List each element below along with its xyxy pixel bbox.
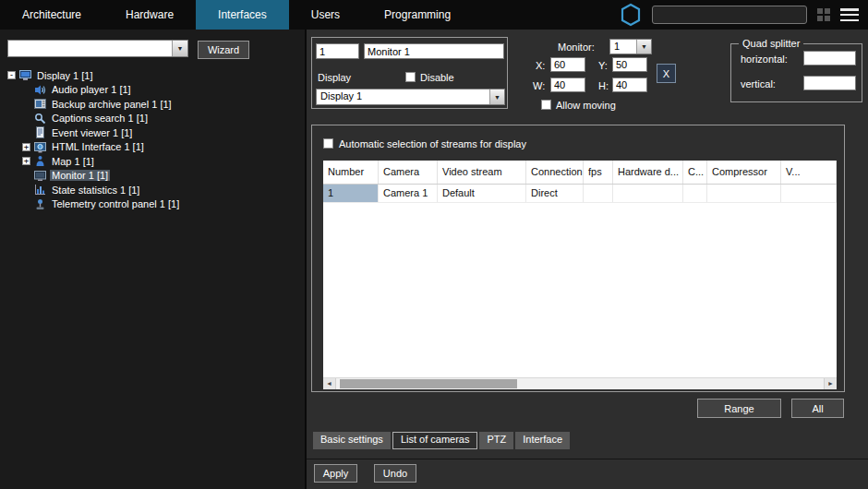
display-select[interactable]: Display 1 ▼	[316, 89, 505, 105]
tree-item-html-interface[interactable]: + HTML Interface 1 [1]	[0, 140, 305, 155]
monitor-label: Monitor:	[558, 42, 595, 53]
cell-c[interactable]	[683, 185, 707, 202]
cell-hardware[interactable]	[613, 185, 683, 202]
disable-checkbox[interactable]	[405, 72, 416, 82]
tree-item-telemetry-control-panel[interactable]: Telemetry control panel 1 [1]	[0, 197, 305, 212]
vertical-field[interactable]	[803, 76, 856, 90]
y-field[interactable]	[612, 57, 647, 72]
object-tree-sidebar: ▼ Wizard - Display 1 [1] Audio player 1 …	[0, 30, 305, 489]
chevron-down-icon[interactable]: ▼	[172, 41, 187, 56]
top-navigation: Architecture Hardware Interfaces Users P…	[0, 0, 868, 30]
column-header-hardware[interactable]: Hardware d...	[613, 161, 683, 184]
search-input[interactable]	[652, 6, 807, 24]
undo-button[interactable]: Undo	[374, 464, 416, 483]
scroll-left-arrow-icon[interactable]: ◄	[323, 378, 336, 389]
column-header-compressor[interactable]: Compressor	[707, 161, 781, 184]
chevron-down-icon[interactable]: ▼	[489, 89, 504, 104]
column-header-number[interactable]: Number	[323, 161, 379, 184]
monitor-number-select[interactable]: 1 ▼	[609, 39, 652, 54]
quad-splitter-group: Quad splitter horizontal: vertical:	[730, 43, 862, 102]
column-header-v[interactable]: V...	[781, 161, 837, 184]
tree-item-label: Captions search 1 [1]	[50, 113, 150, 124]
horizontal-field[interactable]	[803, 51, 856, 66]
cell-camera[interactable]: Camera 1	[379, 185, 438, 202]
logo-hexagon-icon	[620, 3, 642, 27]
tree-item-captions-search[interactable]: Captions search 1 [1]	[0, 112, 305, 126]
cameras-table: Number Camera Video stream Connection fp…	[323, 161, 837, 389]
expand-expander-icon[interactable]: +	[22, 157, 30, 165]
tree-item-label: Event viewer 1 [1]	[50, 127, 134, 138]
tree-item-backup-archive-panel[interactable]: Backup archive panel 1 [1]	[0, 97, 305, 112]
tree-item-monitor[interactable]: Monitor 1 [1]	[0, 169, 305, 184]
allow-moving-checkbox[interactable]	[541, 100, 551, 110]
w-field[interactable]	[550, 78, 585, 92]
close-monitor-button[interactable]: X	[657, 64, 676, 83]
range-button[interactable]: Range	[697, 399, 781, 418]
cell-v[interactable]	[781, 185, 837, 202]
wizard-button[interactable]: Wizard	[198, 41, 249, 59]
tab-users[interactable]: Users	[289, 0, 362, 30]
tree-item-label: State statistics 1 [1]	[50, 185, 141, 196]
column-header-c[interactable]: C...	[683, 161, 707, 184]
tab-interface[interactable]: Interface	[515, 432, 570, 449]
column-header-camera[interactable]: Camera	[379, 161, 438, 184]
cell-compressor[interactable]	[707, 185, 781, 202]
tree-item-map[interactable]: + Map 1 [1]	[0, 154, 305, 169]
display-select-value: Display 1	[317, 89, 489, 104]
hamburger-menu-icon[interactable]	[840, 8, 859, 21]
audio-player-icon	[34, 84, 46, 96]
all-button[interactable]: All	[791, 399, 844, 418]
x-field[interactable]	[550, 57, 585, 72]
cameras-content-area: Automatic selection of streams for displ…	[311, 125, 845, 392]
h-field[interactable]	[612, 78, 647, 92]
tab-interfaces[interactable]: Interfaces	[196, 0, 289, 30]
tree-item-state-statistics[interactable]: State statistics 1 [1]	[0, 183, 305, 197]
scroll-right-arrow-icon[interactable]: ►	[824, 378, 837, 389]
cell-connection[interactable]: Direct	[526, 185, 584, 202]
disable-label: Disable	[420, 72, 454, 83]
column-header-fps[interactable]: fps	[584, 161, 613, 184]
object-name-field[interactable]	[364, 43, 504, 59]
cell-video-stream[interactable]: Default	[438, 185, 526, 202]
apply-button[interactable]: Apply	[314, 464, 357, 483]
display-icon	[19, 69, 31, 81]
tab-architecture[interactable]: Architecture	[0, 0, 103, 30]
chevron-down-icon[interactable]: ▼	[636, 40, 651, 54]
column-header-video-stream[interactable]: Video stream	[438, 161, 526, 184]
tree-item-label-selected: Monitor 1 [1]	[50, 170, 110, 181]
table-header-row: Number Camera Video stream Connection fp…	[323, 161, 837, 185]
tab-basic-settings[interactable]: Basic settings	[313, 432, 391, 449]
tab-list-of-cameras[interactable]: List of cameras	[392, 432, 478, 449]
horizontal-scrollbar[interactable]: ◄ ►	[323, 377, 837, 389]
settings-panel: Display Disable Display 1 ▼ Monitor: 1 ▼…	[305, 30, 868, 489]
grid-view-icon[interactable]	[817, 8, 830, 21]
table-row[interactable]: 1 Camera 1 Default Direct	[323, 185, 837, 203]
expand-expander-icon[interactable]: +	[22, 143, 30, 151]
tab-programming[interactable]: Programming	[362, 0, 473, 30]
state-statistics-icon	[34, 184, 46, 196]
object-id-field[interactable]	[316, 43, 359, 59]
vertical-label: vertical:	[741, 78, 776, 89]
html-interface-icon	[34, 141, 46, 153]
cell-fps[interactable]	[584, 185, 613, 202]
object-filter-combobox[interactable]: ▼	[7, 40, 188, 57]
tree-item-label: Backup archive panel 1 [1]	[50, 99, 174, 110]
tab-ptz[interactable]: PTZ	[479, 432, 513, 449]
tree-item-label: Display 1 [1]	[35, 70, 95, 81]
column-header-connection[interactable]: Connection	[526, 161, 584, 184]
tab-hardware[interactable]: Hardware	[103, 0, 196, 30]
collapse-expander-icon[interactable]: -	[7, 71, 16, 79]
auto-streams-checkbox[interactable]	[323, 138, 333, 149]
monitor-icon	[34, 170, 46, 182]
tree-item-label: Audio player 1 [1]	[50, 84, 133, 95]
y-label: Y:	[598, 60, 608, 71]
x-label: X:	[536, 60, 545, 71]
tree-item-display[interactable]: - Display 1 [1]	[0, 68, 305, 83]
tree-item-event-viewer[interactable]: Event viewer 1 [1]	[0, 125, 305, 140]
scrollbar-thumb[interactable]	[340, 379, 517, 388]
footer-separator	[307, 459, 868, 459]
horizontal-label: horizontal:	[741, 54, 788, 65]
w-label: W:	[533, 80, 545, 91]
tree-item-audio-player[interactable]: Audio player 1 [1]	[0, 83, 305, 98]
cell-number[interactable]: 1	[323, 185, 379, 202]
